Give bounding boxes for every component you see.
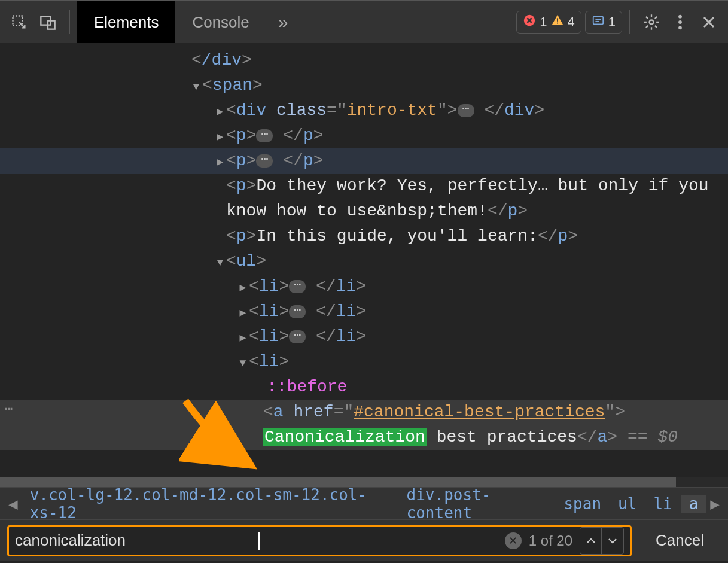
collapse-dots[interactable]: ⋯ [256,129,273,142]
horizontal-scrollbar[interactable] [0,477,728,487]
search-bar: ✕ 1 of 20 Cancel [0,519,728,561]
errors-warnings-badge[interactable]: 1 4 [516,11,581,34]
expand-arrow-icon[interactable]: ▶ [214,154,226,171]
warning-icon [551,14,564,31]
panel-tabs: Elements Console [77,1,266,43]
breadcrumb-item[interactable]: a [681,495,707,513]
search-input-container: ✕ 1 of 20 [7,525,632,556]
more-icon[interactable] [666,8,695,36]
settings-icon[interactable] [637,8,666,36]
tab-console[interactable]: Console [175,1,266,43]
collapse-dots[interactable]: ⋯ [458,104,474,117]
expand-arrow-icon[interactable]: ▶ [237,305,249,321]
clear-search-icon[interactable]: ✕ [505,532,522,549]
collapse-dots[interactable]: ⋯ [289,305,306,318]
error-icon [523,14,536,31]
svg-rect-6 [593,17,604,25]
svg-rect-5 [557,23,558,24]
collapse-dots[interactable]: ⋯ [289,330,306,343]
info-badge[interactable]: 1 [585,11,622,34]
search-nav [580,527,624,555]
expand-arrow-icon[interactable]: ▼ [190,79,202,95]
devtools-toolbar: Elements Console » 1 4 1 [0,0,728,43]
search-match-highlight: Canonicalization [263,428,427,446]
collapse-dots[interactable]: ⋯ [256,154,273,168]
issue-badges: 1 4 1 [516,11,622,34]
breadcrumb-item[interactable]: ul [610,495,645,513]
breadcrumb-item[interactable]: span [555,495,610,513]
breadcrumb-scroll-right[interactable]: ▶ [706,495,723,513]
svg-rect-4 [557,18,558,21]
svg-point-11 [678,20,682,24]
expand-arrow-icon[interactable]: ▼ [214,255,226,271]
svg-point-12 [678,26,682,29]
info-icon [592,14,605,31]
divider [69,10,70,34]
gutter-dots[interactable]: ⋯ [5,400,13,419]
expand-arrow-icon[interactable]: ▶ [214,129,226,145]
tabs-overflow-icon[interactable]: » [266,12,300,32]
breadcrumb-item[interactable]: li [645,495,680,513]
device-toggle-icon[interactable] [33,8,62,36]
dom-tree[interactable]: </div> ▼<span> ▶<div class="intro-txt">⋯… [0,43,728,477]
next-match-icon[interactable] [602,528,623,554]
tab-elements[interactable]: Elements [77,1,175,43]
svg-point-9 [650,20,654,25]
match-count: 1 of 20 [522,532,580,549]
warning-count: 4 [568,14,575,30]
svg-point-10 [678,15,682,19]
breadcrumb-item[interactable]: div.post-content [398,486,556,522]
text-cursor [258,532,260,550]
divider [629,10,630,34]
info-count: 1 [608,14,616,30]
close-icon[interactable] [695,8,723,36]
breadcrumb: ◀ v.col-lg-12.col-md-12.col-sm-12.col-xs… [0,487,728,519]
breadcrumb-scroll-left[interactable]: ◀ [5,495,22,513]
error-count: 1 [540,14,547,30]
expand-arrow-icon[interactable]: ▶ [237,280,249,296]
collapse-dots[interactable]: ⋯ [289,280,306,293]
expand-arrow-icon[interactable]: ▼ [237,355,249,372]
expand-arrow-icon[interactable]: ▶ [237,330,249,346]
breadcrumb-item[interactable]: v.col-lg-12.col-md-12.col-sm-12.col-xs-1… [22,486,398,522]
cancel-button[interactable]: Cancel [639,525,721,556]
inspect-icon[interactable] [5,8,33,36]
expand-arrow-icon[interactable]: ▶ [214,104,226,120]
selected-element-marker: == $0 [628,428,678,446]
prev-match-icon[interactable] [580,528,602,554]
search-input[interactable] [15,531,260,550]
